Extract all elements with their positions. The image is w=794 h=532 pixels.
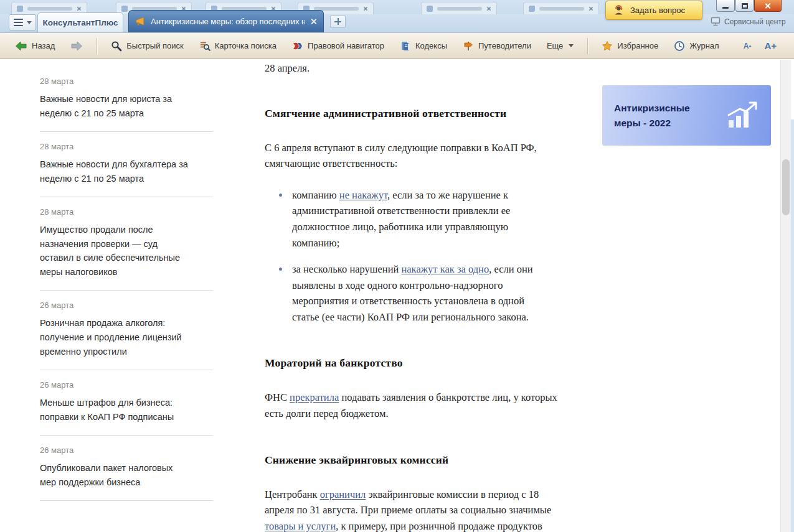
text: за несколько нарушений — [292, 263, 401, 275]
list-item[interactable]: 28 марта Имущество продали после назначе… — [40, 207, 213, 280]
minimize-icon — [722, 7, 729, 9]
service-center-link[interactable]: Сервисный центр — [711, 17, 786, 26]
news-date: 28 марта — [40, 142, 213, 151]
legal-navigator-label: Правовой навигатор — [308, 41, 384, 50]
background-tab — [421, 2, 497, 14]
inline-link[interactable]: накажут как за одно — [401, 263, 489, 275]
codes-button[interactable]: Кодексы — [396, 38, 451, 54]
list-item[interactable]: 26 марта Опубликовали пакет налоговых ме… — [40, 446, 213, 490]
tab-active-label: Антикризисные меры: обзор последних н — [151, 17, 305, 26]
text: Центробанк — [265, 488, 320, 500]
tab-home[interactable]: КонсультантПлюс — [37, 12, 123, 32]
news-date: 28 марта — [40, 207, 213, 217]
text: ФНС — [265, 391, 290, 403]
content-area: 28 марта Важные новости для юриста за не… — [0, 60, 794, 532]
paragraph: Центробанк ограничил эквайринговые комис… — [265, 487, 562, 532]
bullet-item: компанию не накажут, если за то же наруш… — [292, 187, 536, 251]
quick-search-label: Быстрый поиск — [126, 41, 184, 50]
guides-label: Путеводители — [478, 41, 531, 50]
journal-label: Журнал — [689, 41, 719, 50]
main-menu-button[interactable] — [9, 14, 36, 30]
search-card-icon — [199, 40, 210, 52]
scrollbar[interactable] — [780, 60, 791, 532]
window-edge — [791, 119, 794, 532]
ask-question-button[interactable]: Задать вопрос — [605, 1, 702, 20]
search-card-label: Карточка поиска — [215, 41, 276, 50]
chevron-down-icon — [27, 21, 32, 24]
inline-link[interactable]: прекратила — [290, 391, 339, 403]
new-tab-button[interactable] — [330, 15, 346, 28]
maximize-icon — [742, 3, 748, 9]
close-icon — [363, 6, 368, 11]
chevron-down-icon — [569, 44, 574, 47]
divider — [40, 500, 213, 501]
article: 28 апреля. Смягчение административной от… — [265, 60, 562, 532]
inline-link[interactable]: не накажут — [339, 189, 387, 201]
paragraph: ФНС прекратила подавать заявления о банк… — [265, 390, 562, 421]
back-label: Назад — [32, 41, 55, 50]
close-icon — [588, 6, 593, 11]
megaphone-icon — [135, 16, 146, 27]
navigator-icon — [292, 40, 303, 52]
plus-icon — [334, 18, 341, 25]
news-title[interactable]: Важные новости для юриста за неделю с 21… — [40, 92, 189, 121]
inline-link[interactable]: ограничил — [320, 488, 366, 500]
list-item[interactable]: 28 марта Важные новости для юриста за не… — [40, 77, 213, 121]
monitor-icon — [711, 17, 721, 26]
favorites-button[interactable]: Избранное — [598, 38, 662, 54]
clock-icon — [674, 40, 685, 52]
article-fragment: 28 апреля. — [265, 60, 562, 77]
books-icon — [400, 40, 411, 52]
news-date: 28 марта — [40, 77, 213, 86]
news-sidebar: 28 марта Важные новости для юриста за не… — [40, 77, 213, 511]
scrollbar-thumb[interactable] — [782, 159, 790, 215]
inline-link[interactable]: товары и услуги — [265, 520, 336, 532]
search-icon — [111, 40, 122, 52]
search-card-button[interactable]: Карточка поиска — [196, 38, 280, 54]
list-item[interactable]: 28 марта Важные новости для бухгалтера з… — [40, 142, 213, 186]
news-title[interactable]: Важные новости для бухгалтера за неделю … — [40, 157, 189, 186]
more-button[interactable]: Еще — [543, 39, 577, 53]
journal-button[interactable]: Журнал — [670, 38, 722, 54]
back-arrow-icon — [15, 40, 27, 52]
toolbar-separator — [587, 38, 588, 54]
background-tab — [523, 2, 599, 14]
divider — [40, 370, 213, 370]
divider — [40, 197, 213, 197]
ask-question-label: Задать вопрос — [630, 6, 685, 15]
list-item[interactable]: 26 марта Меньше штрафов для бизнеса: поп… — [40, 380, 213, 424]
anticrisis-banner[interactable]: Антикризисные меры - 2022 — [602, 85, 771, 146]
favorites-label: Избранное — [617, 41, 658, 50]
hamburger-icon — [14, 19, 23, 26]
banner-title: Антикризисные меры - 2022 — [614, 101, 709, 130]
minimize-button[interactable] — [716, 0, 735, 12]
news-title[interactable]: Имущество продали после назначения прове… — [40, 223, 189, 280]
legal-navigator-button[interactable]: Правовой навигатор — [288, 38, 388, 54]
quick-search-button[interactable]: Быстрый поиск — [107, 38, 187, 54]
guides-button[interactable]: Путеводители — [459, 38, 535, 54]
close-icon — [765, 2, 772, 9]
news-title[interactable]: Опубликовали пакет налоговых мер поддерж… — [40, 461, 189, 490]
codes-label: Кодексы — [415, 41, 447, 50]
close-icon — [486, 6, 491, 11]
list-item[interactable]: 26 марта Розничная продажа алкоголя: пол… — [40, 301, 213, 359]
section-heading: Мораторий на банкротство — [265, 355, 562, 371]
tab-active[interactable]: Антикризисные меры: обзор последних н — [128, 10, 324, 32]
close-button[interactable] — [754, 0, 782, 12]
news-title[interactable]: Розничная продажа алкоголя: получение и … — [40, 316, 189, 359]
font-decrease-button[interactable]: А- — [741, 39, 754, 53]
news-title[interactable]: Меньше штрафов для бизнеса: поправки к К… — [40, 396, 189, 424]
font-increase-button[interactable]: А+ — [762, 38, 779, 54]
more-label: Еще — [547, 41, 563, 50]
forward-button[interactable] — [67, 38, 87, 54]
rising-chart-icon — [725, 99, 761, 131]
news-date: 26 марта — [40, 301, 213, 310]
tab-close-icon[interactable] — [310, 18, 317, 25]
star-icon — [602, 40, 613, 52]
divider — [40, 435, 213, 436]
maximize-button[interactable] — [735, 0, 754, 12]
divider — [40, 290, 213, 291]
text: компанию — [292, 189, 339, 201]
back-button[interactable]: Назад — [11, 38, 59, 54]
tab-home-label: КонсультантПлюс — [42, 18, 118, 27]
